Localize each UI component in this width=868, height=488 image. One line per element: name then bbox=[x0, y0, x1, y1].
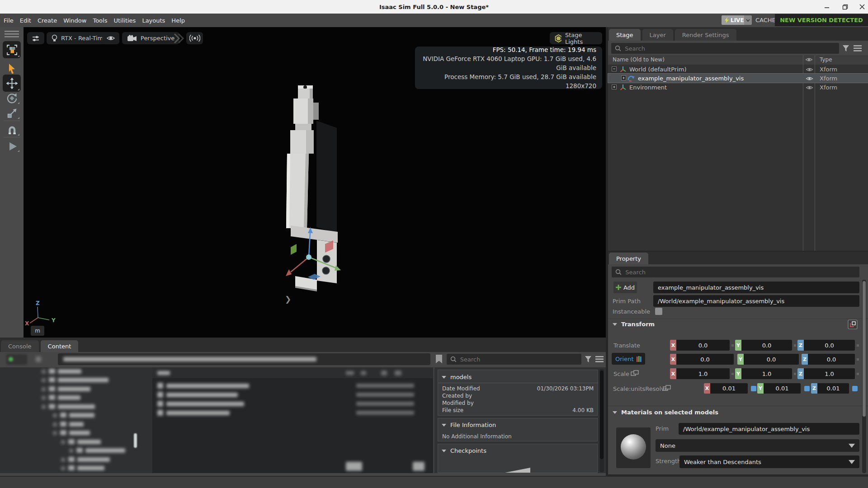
strength-select[interactable]: Weaker than Descendants bbox=[679, 455, 859, 468]
units-z-field[interactable]: 0.01 bbox=[817, 383, 849, 394]
select-tool[interactable] bbox=[3, 61, 21, 75]
menu-utilities[interactable]: Utilities bbox=[113, 17, 136, 24]
materials-section-header[interactable]: Materials on selected models bbox=[613, 409, 718, 416]
redacted-thumbnail[interactable] bbox=[346, 462, 362, 471]
tab-stage[interactable]: Stage bbox=[609, 29, 641, 41]
name-column-header[interactable]: Name (Old to New) bbox=[613, 56, 665, 63]
expand-toggle[interactable] bbox=[621, 75, 626, 80]
scale-tool[interactable] bbox=[3, 106, 21, 120]
content-folder-tree[interactable] bbox=[0, 367, 152, 473]
models-section-header[interactable]: models bbox=[442, 374, 472, 380]
menu-edit[interactable]: Edit bbox=[20, 17, 31, 24]
translate-y-field[interactable]: 0.0 bbox=[741, 340, 792, 351]
tab-layer[interactable]: Layer bbox=[642, 29, 673, 41]
file-information-header[interactable]: File Information bbox=[442, 422, 496, 428]
redacted-thumbnail[interactable] bbox=[413, 462, 425, 471]
translate-z-field[interactable]: 0.0 bbox=[804, 340, 855, 351]
content-search[interactable] bbox=[447, 354, 581, 365]
property-scrollbar-track[interactable] bbox=[862, 280, 866, 473]
filter-icon[interactable] bbox=[842, 45, 849, 52]
toolbar-chevrons-icon[interactable] bbox=[173, 33, 184, 44]
stage-row-world[interactable]: World (defaultPrim) Xform bbox=[608, 65, 868, 74]
menu-help[interactable]: Help bbox=[171, 17, 185, 24]
robot-model[interactable] bbox=[269, 79, 364, 296]
transform-options-icon[interactable] bbox=[848, 319, 858, 329]
version-alert[interactable]: NEW VERSION DETECTED bbox=[775, 14, 868, 26]
material-prim-field[interactable]: /World/example_manipulator_assembly_vis bbox=[679, 423, 859, 435]
play-tool[interactable] bbox=[3, 139, 21, 153]
orient-y-field[interactable]: 0.0 bbox=[744, 354, 799, 365]
toolbar-grip-icon[interactable] bbox=[5, 31, 19, 38]
tab-console[interactable]: Console bbox=[1, 340, 39, 352]
menu-layouts[interactable]: Layouts bbox=[142, 17, 165, 24]
tab-render-settings[interactable]: Render Settings bbox=[675, 29, 736, 41]
live-sync-button[interactable]: LIVE bbox=[722, 15, 747, 25]
options-menu-icon[interactable] bbox=[854, 45, 862, 52]
stage-search[interactable] bbox=[611, 43, 839, 54]
snap-tool[interactable] bbox=[3, 122, 21, 137]
eye-icon[interactable] bbox=[806, 76, 813, 81]
prim-name-field[interactable]: example_manipulator_assembly_vis bbox=[653, 282, 859, 293]
tab-property[interactable]: Property bbox=[609, 253, 648, 264]
scale-x-field[interactable]: 1.0 bbox=[676, 368, 730, 379]
units-y-mixed-indicator[interactable] bbox=[804, 386, 810, 391]
translate-x-field[interactable]: 0.0 bbox=[676, 340, 730, 351]
prim-path-field[interactable]: /World/example_manipulator_assembly_vis bbox=[653, 295, 859, 307]
viewport-settings-button[interactable] bbox=[27, 32, 44, 44]
gizmo-plane-yz[interactable] bbox=[291, 244, 297, 255]
link-icon[interactable] bbox=[663, 385, 671, 391]
redacted-path-field[interactable] bbox=[58, 353, 430, 365]
scale-y-field[interactable]: 1.0 bbox=[741, 368, 792, 379]
stage-row-environment[interactable]: Environment Xform bbox=[608, 83, 868, 92]
property-search[interactable] bbox=[612, 267, 859, 277]
property-scrollbar-thumb[interactable] bbox=[863, 281, 866, 417]
camera-button[interactable]: Perspective bbox=[122, 32, 179, 44]
unit-button[interactable]: m bbox=[31, 326, 44, 336]
redacted-import-button[interactable] bbox=[6, 354, 27, 365]
instanceable-checkbox[interactable] bbox=[655, 308, 662, 315]
info-scrollbar-thumb[interactable] bbox=[600, 371, 604, 459]
units-x-field[interactable]: 0.01 bbox=[710, 383, 748, 394]
gizmo-center-handle[interactable] bbox=[306, 254, 311, 260]
expand-toggle[interactable] bbox=[612, 84, 617, 89]
collapse-toggle[interactable] bbox=[612, 66, 617, 71]
orient-x-field[interactable]: 0.0 bbox=[676, 354, 734, 365]
stage-search-input[interactable] bbox=[624, 45, 835, 52]
stage-row-selected[interactable]: example_manipulator_assembly_vis Xform bbox=[608, 74, 868, 83]
gizmo-x-axis[interactable] bbox=[291, 257, 309, 272]
material-select[interactable]: None bbox=[656, 439, 859, 452]
scale-z-field[interactable]: 1.0 bbox=[804, 368, 855, 379]
menu-window[interactable]: Window bbox=[63, 17, 86, 24]
selection-mode-tool[interactable] bbox=[3, 41, 21, 58]
type-column-header[interactable]: Type bbox=[820, 56, 832, 63]
checkpoints-header[interactable]: Checkpoints bbox=[442, 447, 486, 454]
add-button[interactable]: Add bbox=[613, 282, 637, 293]
minimize-button[interactable] bbox=[819, 0, 835, 14]
rotate-tool[interactable] bbox=[3, 91, 21, 105]
menu-tools[interactable]: Tools bbox=[93, 17, 107, 24]
live-dropdown-button[interactable] bbox=[744, 15, 752, 25]
content-search-input[interactable] bbox=[459, 356, 578, 363]
units-y-field[interactable]: 0.01 bbox=[764, 383, 801, 394]
units-z-mixed-indicator[interactable] bbox=[852, 386, 858, 391]
eye-icon[interactable] bbox=[806, 85, 813, 90]
transform-section-header[interactable]: Transform bbox=[613, 321, 655, 328]
stage-lights-button[interactable]: Stage Lights bbox=[550, 32, 602, 44]
menu-create[interactable]: Create bbox=[38, 17, 57, 24]
link-icon[interactable] bbox=[631, 370, 639, 376]
restore-button[interactable] bbox=[837, 0, 853, 14]
tree-scrollbar-thumb[interactable] bbox=[134, 433, 137, 448]
menu-file[interactable]: File bbox=[4, 17, 14, 24]
file-list-header[interactable] bbox=[152, 367, 433, 378]
filter-icon[interactable] bbox=[585, 356, 592, 363]
waypoint-button[interactable] bbox=[186, 32, 203, 44]
visibility-column-icon[interactable] bbox=[805, 57, 813, 62]
bookmark-icon[interactable] bbox=[435, 355, 443, 364]
options-menu-icon[interactable] bbox=[595, 356, 604, 362]
viewport-canvas[interactable]: RTX - Real-Time Perspective bbox=[24, 27, 606, 338]
content-file-list[interactable] bbox=[152, 367, 433, 473]
property-search-input[interactable] bbox=[624, 268, 856, 276]
move-tool[interactable] bbox=[3, 75, 21, 92]
orient-label-box[interactable]: Orient bbox=[612, 353, 645, 365]
redacted-nav-icon[interactable] bbox=[36, 357, 41, 362]
